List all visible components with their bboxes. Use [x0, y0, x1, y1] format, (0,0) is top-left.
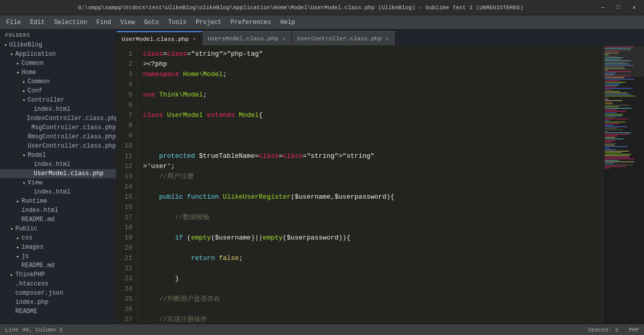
menu-item-goto[interactable]: Goto — [140, 17, 163, 28]
line-num-11: 11 — [117, 151, 132, 161]
minimap-line — [605, 167, 610, 169]
tree-item-public[interactable]: ▾Public — [0, 224, 116, 233]
minimap-line — [605, 115, 623, 116]
tree-item-index1[interactable]: index.html — [0, 105, 116, 114]
menu-item-file[interactable]: File — [2, 17, 25, 28]
tree-label-readme2: README.md — [21, 262, 55, 269]
minimap-line — [605, 152, 622, 153]
minimap-line — [605, 118, 628, 119]
tree-item-index4[interactable]: index.html — [0, 206, 116, 215]
tree-item-index5[interactable]: index.php — [0, 298, 116, 307]
tree-item-usermodel[interactable]: UserModel.class.php — [0, 169, 116, 178]
menu-item-project[interactable]: Project — [192, 17, 225, 28]
tree-item-thinkphp[interactable]: ▸ThinkPHP — [0, 270, 116, 279]
tree-label-ulikeblog: UlikeBlog — [9, 41, 42, 49]
minimap-line — [605, 120, 609, 121]
minimap-line — [605, 106, 619, 107]
tree-item-images[interactable]: ▸images — [0, 243, 116, 252]
tree-item-css[interactable]: ▸css — [0, 233, 116, 243]
minimap-line — [605, 157, 629, 158]
minimap-line — [605, 79, 634, 80]
tree-label-index4: index.html — [21, 207, 58, 214]
minimap-line — [605, 92, 628, 93]
minimap-line — [605, 83, 622, 84]
tree-arrow-public: ▾ — [8, 226, 15, 232]
editor-body: 1234567891011121314151617181920212223242… — [117, 46, 644, 324]
minimap-line — [605, 126, 627, 127]
tree-item-conf[interactable]: ▸Conf — [0, 86, 116, 95]
tree-arrow-home: ▾ — [14, 70, 21, 76]
minimap-line — [605, 128, 617, 129]
line-num-5: 5 — [117, 90, 132, 100]
tree-arrow-model: ▾ — [20, 153, 28, 158]
tree-item-rmsgcontroller[interactable]: RmsgController.class.php — [0, 132, 116, 141]
minimap-line — [605, 132, 631, 133]
minimap-line — [605, 82, 626, 83]
minimap-line — [605, 138, 624, 139]
tab-close-tab1[interactable]: ✕ — [192, 35, 197, 42]
tree-label-msgcontroller: MsgController.class.php — [31, 124, 116, 131]
tree-item-common1[interactable]: ▸Common — [0, 59, 116, 68]
minimap-line — [605, 80, 619, 81]
folders-label: FOLDERS — [0, 30, 116, 40]
tree-item-composer[interactable]: composer.json — [0, 289, 116, 298]
title-controls: — □ ✕ — [597, 3, 640, 12]
menu-item-find[interactable]: Find — [92, 17, 115, 28]
tree-item-indexcontroller[interactable]: IndexController.class.php — [0, 114, 116, 123]
tree-arrow-css: ▸ — [14, 235, 21, 241]
tree-label-conf: Conf — [28, 87, 42, 94]
line-num-24: 24 — [117, 284, 132, 294]
maximize-button[interactable]: □ — [613, 3, 625, 12]
tab-tab2[interactable]: UsersModel.class.php✕ — [202, 31, 292, 45]
minimize-button[interactable]: — — [597, 3, 609, 12]
tree-item-view[interactable]: ▾View — [0, 178, 116, 187]
menu-item-tools[interactable]: Tools — [164, 17, 191, 28]
menu-item-preferences[interactable]: Preferences — [226, 17, 275, 28]
menu-item-edit[interactable]: Edit — [26, 17, 49, 28]
minimap-line — [605, 117, 615, 118]
tree-item-ulikeblog[interactable]: ▾UlikeBlog — [0, 40, 116, 50]
line-num-16: 16 — [117, 202, 132, 212]
tree-item-msgcontroller[interactable]: MsgController.class.php — [0, 123, 116, 132]
tree-item-usercontroller[interactable]: UserController.class.php — [0, 141, 116, 151]
tree-item-runtime[interactable]: ▸Runtime — [0, 197, 116, 206]
tree-item-application[interactable]: ▾Application — [0, 50, 116, 59]
minimap-line — [605, 160, 619, 161]
tree-label-common2: Common — [28, 78, 50, 85]
minimap-line — [605, 94, 631, 95]
menu-item-help[interactable]: Help — [277, 17, 300, 28]
line-num-26: 26 — [117, 304, 132, 315]
tab-tab1[interactable]: UserModel.class.php✕ — [117, 31, 202, 45]
tree-label-readme1: README.md — [21, 216, 55, 223]
tree-item-readme3[interactable]: README — [0, 307, 116, 316]
status-position: Line 49, Column 3 — [5, 327, 62, 333]
tree-item-js[interactable]: ▸js — [0, 252, 116, 261]
tree-item-common2[interactable]: ▸Common — [0, 77, 116, 86]
tab-close-tab3[interactable]: ✕ — [385, 35, 390, 42]
tab-label: UsersModel.class.php — [208, 35, 278, 42]
menu-item-view[interactable]: View — [116, 17, 139, 28]
tree-item-index3[interactable]: index.html — [0, 187, 116, 197]
tree-label-common1: Common — [21, 60, 43, 67]
minimap-line — [605, 145, 615, 146]
menu-bar: FileEditSelectionFindViewGotoToolsProjec… — [0, 15, 644, 30]
tree-item-controller[interactable]: ▾Controller — [0, 95, 116, 105]
tree-arrow-controller: ▾ — [20, 98, 28, 103]
minimap-line — [605, 109, 617, 110]
tree-item-readme1[interactable]: README.md — [0, 215, 116, 224]
minimap-line — [605, 122, 626, 123]
tree-arrow-view: ▾ — [20, 180, 28, 186]
menu-item-selection[interactable]: Selection — [50, 17, 91, 28]
tree-item-home[interactable]: ▾Home — [0, 68, 116, 77]
tab-close-tab2[interactable]: ✕ — [281, 35, 286, 42]
line-num-4: 4 — [117, 80, 132, 90]
tree-item-index2[interactable]: index.html — [0, 160, 116, 169]
close-button[interactable]: ✕ — [628, 3, 640, 12]
minimap-highlight — [604, 46, 644, 77]
code-area[interactable]: class=class="string">"php-tag"><?php nam… — [137, 46, 603, 324]
tree-item-model[interactable]: ▾Model — [0, 151, 116, 160]
tree-item-htaccess[interactable]: .htaccess — [0, 279, 116, 289]
minimap-line — [605, 137, 615, 138]
tree-item-readme2[interactable]: README.md — [0, 261, 116, 270]
tab-tab3[interactable]: UserController.class.php✕ — [292, 31, 396, 45]
